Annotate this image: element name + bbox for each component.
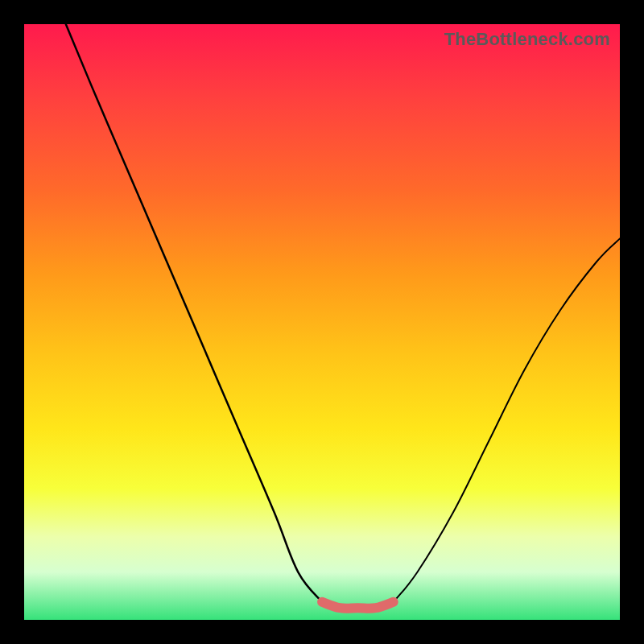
curve-layer <box>24 24 620 620</box>
plot-area: TheBottleneck.com <box>24 24 620 620</box>
chart-frame: TheBottleneck.com <box>0 0 644 644</box>
left-curve <box>66 24 322 602</box>
right-curve <box>394 238 620 601</box>
bottom-band <box>322 602 394 609</box>
